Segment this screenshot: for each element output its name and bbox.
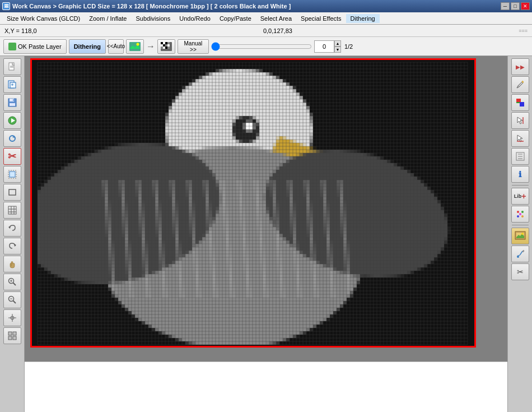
title-bar: 🖼 Work Canvas > Graphic LCD Size = 128 x… [0, 0, 532, 12]
svg-point-69 [519, 213, 521, 215]
svg-rect-20 [10, 82, 16, 88]
pixel-canvas[interactable] [32, 60, 474, 346]
svg-rect-26 [13, 99, 14, 101]
threshold-slider[interactable] [211, 42, 312, 51]
white-area [25, 362, 507, 412]
title-controls[interactable]: ─ □ ✕ [501, 2, 530, 10]
title-bar-left: 🖼 Work Canvas > Graphic LCD Size = 128 x… [2, 2, 291, 10]
menu-select-area[interactable]: Select Area [256, 14, 296, 23]
threshold-spinbox: 0 ▲ ▼ [314, 40, 341, 53]
separator2 [512, 225, 529, 225]
canvas-wrapper [30, 58, 476, 348]
ok-paste-layer-button[interactable]: OK Paste Layer [3, 39, 67, 54]
left-sidebar: ✂ [0, 56, 25, 412]
svg-point-67 [517, 215, 519, 217]
separator1 [512, 185, 529, 186]
dithering-label: Dithering [74, 43, 101, 50]
undo-button[interactable] [3, 220, 21, 237]
menu-special-effects[interactable]: Special Effects [296, 14, 346, 23]
svg-point-74 [517, 256, 519, 258]
svg-rect-12 [161, 47, 163, 49]
scissors-button[interactable]: ✂ [511, 263, 529, 280]
svg-rect-11 [167, 44, 170, 47]
threshold-value: 0 [314, 40, 334, 53]
library-button[interactable]: Lib+ [511, 188, 529, 205]
brush-tool-button[interactable] [511, 246, 529, 262]
dithering-button[interactable]: Dithering [69, 39, 106, 54]
manual-label: Manual >> [180, 40, 206, 53]
save-button[interactable] [3, 94, 21, 111]
auto-label: <<Auto [107, 43, 125, 49]
svg-rect-52 [13, 332, 16, 335]
menu-size-work-canvas[interactable]: Size Work Canvas (GLCD) [2, 14, 85, 23]
effects-button[interactable] [511, 206, 529, 223]
pencil-tool-button[interactable] [511, 76, 529, 93]
spin-up-button[interactable]: ▲ [334, 40, 341, 47]
minimize-button[interactable]: ─ [501, 2, 510, 10]
svg-point-2 [136, 43, 139, 45]
info-button[interactable]: ℹ [511, 166, 529, 183]
menu-copy-paste[interactable]: Copy/Paste [215, 14, 256, 23]
svg-rect-53 [8, 336, 12, 340]
target-image-btn[interactable] [157, 39, 175, 54]
svg-line-46 [13, 301, 16, 304]
zoom-out-button[interactable] [3, 291, 21, 308]
zoom-tool-button[interactable] [3, 274, 21, 290]
spin-down-button[interactable]: ▼ [334, 47, 341, 53]
grid3-button[interactable] [3, 327, 21, 344]
navigate-right-button[interactable]: ▶▶ [511, 58, 529, 75]
unknown-tool-button[interactable] [511, 148, 529, 165]
status-decoration: ≡≡≡ [519, 28, 528, 34]
svg-rect-0 [129, 42, 141, 51]
svg-rect-6 [165, 42, 167, 44]
main-layout: ✂ [0, 56, 532, 412]
pointer-tool-button[interactable] [511, 112, 529, 129]
slider-container [211, 42, 312, 51]
auto-button[interactable]: <<Auto [108, 39, 124, 54]
refresh-button[interactable] [3, 130, 21, 147]
svg-rect-33 [9, 189, 16, 195]
window-title: Work Canvas > Graphic LCD Size = 128 x 1… [12, 3, 291, 10]
pointer2-tool-button[interactable] [511, 130, 529, 147]
crop-select-button[interactable]: ✂ [3, 148, 21, 165]
spin-buttons[interactable]: ▲ ▼ [334, 40, 341, 53]
grid-tool-button[interactable] [3, 202, 21, 219]
hand-tool-button[interactable] [3, 256, 21, 272]
close-button[interactable]: ✕ [521, 2, 530, 10]
canvas-coordinates: 0,0,127,83 [263, 27, 292, 34]
svg-marker-39 [8, 226, 11, 229]
svg-rect-13 [163, 47, 165, 49]
color-picker-button[interactable] [511, 94, 529, 111]
svg-rect-58 [516, 102, 520, 103]
svg-rect-34 [8, 206, 16, 214]
source-image-btn[interactable] [126, 39, 144, 54]
menu-dithering[interactable]: Dithering [346, 14, 380, 23]
menu-undo-redo[interactable]: Undo/Redo [175, 14, 215, 23]
svg-rect-9 [163, 44, 165, 47]
svg-rect-14 [165, 47, 167, 49]
rect-tool-button[interactable] [3, 184, 21, 201]
right-sidebar: ▶▶ [507, 56, 532, 412]
redo-button[interactable] [3, 238, 21, 254]
svg-point-66 [521, 211, 524, 213]
paste-layer-button[interactable] [3, 76, 21, 93]
menu-subdivisions[interactable]: Subdivisions [131, 14, 175, 23]
svg-rect-10 [165, 44, 167, 47]
new-file-button[interactable] [3, 58, 21, 75]
active-canvas-button[interactable] [511, 228, 529, 244]
svg-rect-32 [10, 172, 15, 177]
svg-point-73 [521, 233, 524, 235]
svg-rect-7 [167, 42, 170, 44]
toolbar: OK Paste Layer Dithering <<Auto → [0, 37, 532, 56]
svg-rect-51 [8, 332, 12, 335]
play-button[interactable] [3, 112, 21, 129]
menu-zoom-inflate[interactable]: Zoom / Inflate [85, 14, 131, 23]
menu-bar: Size Work Canvas (GLCD) Zoom / Inflate S… [0, 12, 532, 25]
manual-button[interactable]: Manual >> [178, 39, 209, 54]
maximize-button[interactable]: □ [511, 2, 520, 10]
crosshair-button[interactable] [3, 309, 21, 326]
canvas-area [25, 56, 507, 412]
transform-button[interactable] [3, 166, 21, 183]
cursor-coordinates: X,Y = 118,0 [4, 27, 37, 34]
svg-rect-4 [161, 42, 163, 44]
